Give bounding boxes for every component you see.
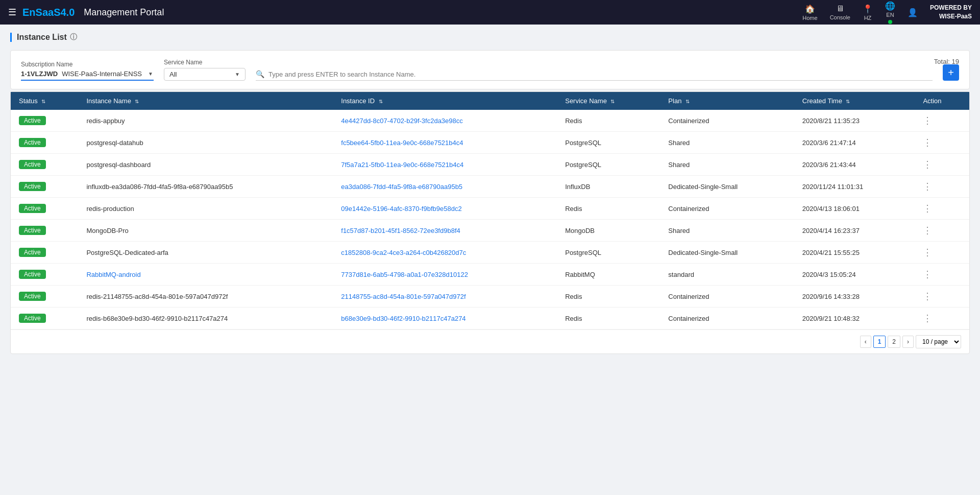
instance-name-text: redis-21148755-ac8d-454a-801e-597a047d97…: [86, 293, 228, 300]
instance-id-link[interactable]: 21148755-ac8d-454a-801e-597a047d972f: [341, 293, 465, 300]
instance-id-link[interactable]: c1852808-9ca2-4ce3-a264-c0b426820d7c: [341, 249, 466, 256]
cell-created-time: 2020/3/6 21:43:44: [794, 154, 915, 176]
menu-icon[interactable]: ☰: [8, 7, 16, 18]
cell-instance-name: postgresql-dashboard: [78, 154, 333, 176]
nav-lang[interactable]: 🌐 EN: [885, 1, 895, 24]
service-select[interactable]: All ▼: [164, 68, 246, 81]
header-left: ☰ EnSaaS4.0 Management Portal: [8, 7, 164, 18]
powered-by-label: POWERED BY: [930, 4, 972, 12]
instance-id-link[interactable]: f1c57d87-b201-45f1-8562-72ee3fd9b8f4: [341, 227, 460, 234]
instance-name-link[interactable]: RabbitMQ-android: [86, 271, 140, 278]
instance-id-link[interactable]: 7737d81e-6ab5-4798-a0a1-07e328d10122: [341, 271, 468, 278]
cell-instance-name: MongoDB-Pro: [78, 220, 333, 242]
nav-console-label: Console: [830, 14, 850, 20]
action-menu-button[interactable]: ⋮: [923, 291, 933, 301]
nav-lang-label: EN: [886, 12, 894, 18]
col-instance-name[interactable]: Instance Name ⇅: [78, 92, 333, 110]
cell-status: Active: [11, 198, 78, 220]
sort-service-icon: ⇅: [610, 99, 615, 104]
cell-instance-id: 7737d81e-6ab5-4798-a0a1-07e328d10122: [333, 264, 557, 286]
cell-service-name: Redis: [557, 286, 660, 308]
cell-instance-name: influxdb-ea3da086-7fdd-4fa5-9f8a-e68790a…: [78, 176, 333, 198]
instance-id-link[interactable]: 09e1442e-5196-4afc-8370-f9bfb9e58dc2: [341, 205, 461, 213]
nav-hz[interactable]: 📍 HZ: [863, 4, 873, 21]
service-select-value: All: [169, 70, 177, 78]
status-badge: Active: [19, 204, 46, 213]
table-body: Active redis-appbuy 4e4427dd-8c07-4702-b…: [11, 110, 969, 329]
cell-created-time: 2020/4/3 15:05:24: [794, 264, 915, 286]
table-row: Active postgresql-dashboard 7f5a7a21-5fb…: [11, 154, 969, 176]
add-button[interactable]: +: [943, 64, 959, 81]
action-menu-button[interactable]: ⋮: [923, 115, 933, 126]
cell-created-time: 2020/4/21 15:55:25: [794, 242, 915, 264]
status-badge: Active: [19, 292, 46, 301]
cell-plan: Dedicated-Single-Small: [660, 176, 794, 198]
cell-status: Active: [11, 286, 78, 308]
subscription-id: 1-1VLZJWD: [21, 70, 58, 78]
header-right: 🏠 Home 🖥 Console 📍 HZ 🌐 EN 👤 POWERED BY …: [802, 1, 972, 24]
col-created-time[interactable]: Created Time ⇅: [794, 92, 915, 110]
instance-id-link[interactable]: fc5bee64-5fb0-11ea-9e0c-668e7521b4c4: [341, 139, 463, 147]
instance-name-text: influxdb-ea3da086-7fdd-4fa5-9f8a-e68790a…: [86, 183, 233, 191]
prev-page-button[interactable]: ‹: [860, 336, 871, 348]
col-instance-id[interactable]: Instance ID ⇅: [333, 92, 557, 110]
cell-instance-name: postgresql-datahub: [78, 132, 333, 154]
action-menu-button[interactable]: ⋮: [923, 137, 933, 148]
action-menu-button[interactable]: ⋮: [923, 313, 933, 323]
instance-name-text: redis-b68e30e9-bd30-46f2-9910-b2117c47a2…: [86, 315, 228, 322]
nav-console[interactable]: 🖥 Console: [830, 4, 850, 20]
cell-service-name: Redis: [557, 110, 660, 132]
table-row: Active PostgreSQL-Dedicated-arfa c185280…: [11, 242, 969, 264]
instance-id-link[interactable]: 4e4427dd-8c07-4702-b29f-3fc2da3e98cc: [341, 117, 463, 125]
cell-action: ⋮: [915, 154, 969, 176]
col-service-name[interactable]: Service Name ⇅: [557, 92, 660, 110]
status-dot: [888, 20, 892, 24]
info-icon[interactable]: ⓘ: [70, 33, 77, 42]
subscription-select[interactable]: 1-1VLZJWD WISE-PaaS-Internal-ENSS ▼: [21, 70, 154, 81]
page-2-button[interactable]: 2: [888, 336, 900, 348]
page-size-select[interactable]: 10 / page 20 / page 50 / page: [916, 335, 961, 348]
cell-service-name: RabbitMQ: [557, 264, 660, 286]
sort-id-icon: ⇅: [379, 99, 383, 104]
table-row: Active MongoDB-Pro f1c57d87-b201-45f1-85…: [11, 220, 969, 242]
cell-instance-name: redis-b68e30e9-bd30-46f2-9910-b2117c47a2…: [78, 308, 333, 329]
cell-created-time: 2020/8/21 11:35:23: [794, 110, 915, 132]
col-plan[interactable]: Plan ⇅: [660, 92, 794, 110]
cell-instance-id: 4e4427dd-8c07-4702-b29f-3fc2da3e98cc: [333, 110, 557, 132]
cell-instance-id: ea3da086-7fdd-4fa5-9f8a-e68790aa95b5: [333, 176, 557, 198]
next-page-button[interactable]: ›: [902, 336, 914, 348]
instance-id-link[interactable]: b68e30e9-bd30-46f2-9910-b2117c47a274: [341, 315, 465, 322]
cell-plan: Shared: [660, 154, 794, 176]
page-1-button[interactable]: 1: [873, 336, 886, 348]
service-filter-group: Service Name All ▼: [164, 59, 246, 81]
col-status[interactable]: Status ⇅: [11, 92, 78, 110]
cell-instance-id: fc5bee64-5fb0-11ea-9e0c-668e7521b4c4: [333, 132, 557, 154]
console-icon: 🖥: [836, 4, 844, 13]
status-badge: Active: [19, 270, 46, 279]
cell-status: Active: [11, 176, 78, 198]
action-menu-button[interactable]: ⋮: [923, 225, 933, 235]
instance-id-link[interactable]: 7f5a7a21-5fb0-11ea-9e0c-668e7521b4c4: [341, 161, 463, 169]
nav-user[interactable]: 👤: [908, 8, 918, 17]
cell-instance-name: RabbitMQ-android: [78, 264, 333, 286]
action-menu-button[interactable]: ⋮: [923, 181, 933, 192]
status-badge: Active: [19, 182, 46, 191]
cell-plan: Containerized: [660, 198, 794, 220]
table-row: Active redis-21148755-ac8d-454a-801e-597…: [11, 286, 969, 308]
instance-id-link[interactable]: ea3da086-7fdd-4fa5-9f8a-e68790aa95b5: [341, 183, 462, 191]
status-badge: Active: [19, 226, 46, 235]
page-content: Instance List ⓘ Total: 19 Subscription N…: [0, 25, 980, 362]
action-menu-button[interactable]: ⋮: [923, 159, 933, 170]
cell-action: ⋮: [915, 242, 969, 264]
action-menu-button[interactable]: ⋮: [923, 247, 933, 257]
action-menu-button[interactable]: ⋮: [923, 269, 933, 279]
instance-name-text: redis-production: [86, 205, 134, 213]
cell-instance-id: f1c57d87-b201-45f1-8562-72ee3fd9b8f4: [333, 220, 557, 242]
nav-home[interactable]: 🏠 Home: [802, 4, 817, 21]
action-menu-button[interactable]: ⋮: [923, 203, 933, 214]
search-input[interactable]: [268, 70, 933, 78]
cell-plan: Containerized: [660, 286, 794, 308]
user-icon: 👤: [908, 8, 918, 17]
sort-name-icon: ⇅: [135, 99, 139, 104]
powered-by-brand: WISE-PaaS: [930, 12, 972, 21]
